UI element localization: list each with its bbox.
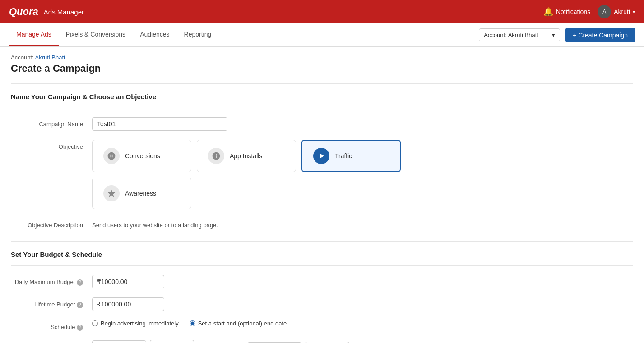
objective-label: Objective (11, 140, 92, 150)
lifetime-budget-info-icon[interactable]: ? (77, 302, 83, 308)
quora-logo: Quora (9, 6, 38, 18)
schedule-radio-custom[interactable] (190, 320, 195, 326)
app-installs-label: App Installs (230, 152, 262, 160)
create-campaign-button[interactable]: + Create Campaign (565, 28, 635, 42)
traffic-label: Traffic (335, 152, 352, 160)
schedule-row: Schedule ? Begin advertising immediately… (11, 320, 633, 331)
account-selector-label: Account: Akruti Bhatt (484, 32, 538, 38)
daily-budget-row: Daily Maximum Budget ? (11, 275, 633, 288)
breadcrumb-area: Account: Akruti Bhatt Create a Campaign (0, 47, 644, 83)
breadcrumb: Account: Akruti Bhatt (11, 54, 633, 61)
breadcrumb-prefix: Account: (11, 54, 34, 61)
awareness-label: Awareness (125, 190, 156, 197)
schedule-option1[interactable]: Begin advertising immediately (92, 320, 179, 327)
notifications-label: Notifications (556, 8, 590, 15)
start-date-inputs: 12:00 AM (92, 340, 194, 343)
nav-right: Account: Akruti Bhatt ▾ + Create Campaig… (479, 28, 635, 42)
account-selector-chevron-icon: ▾ (552, 32, 555, 38)
conversions-label: Conversions (125, 152, 160, 160)
date-row: Start Date 12:00 AM Pacific Time End Dat… (11, 340, 633, 343)
start-date-label: Start Date (11, 340, 92, 343)
daily-budget-label-text: Daily Maximum Budget (15, 279, 75, 285)
daily-budget-input[interactable] (92, 275, 164, 288)
lifetime-budget-label: Lifetime Budget ? (11, 297, 92, 308)
objective-card-awareness[interactable]: Awareness (92, 178, 191, 209)
schedule-label: Schedule ? (11, 320, 92, 331)
header: Quora Ads Manager 🔔 Notifications A Akru… (0, 0, 644, 23)
main-content: Name Your Campaign & Choose an Objective… (0, 83, 644, 343)
objective-description-label: Objective Description (11, 218, 92, 229)
schedule-options: Begin advertising immediately Set a star… (92, 320, 287, 327)
schedule-label-text: Schedule (51, 324, 75, 330)
objective-card-traffic[interactable]: Traffic (301, 140, 401, 172)
app-installs-icon (208, 148, 224, 164)
page-title: Create a Campaign (11, 61, 633, 82)
section1-title: Name Your Campaign & Choose an Objective (11, 84, 633, 108)
user-menu[interactable]: A Akruti ▾ (598, 5, 635, 18)
schedule-option1-label: Begin advertising immediately (101, 320, 179, 327)
tab-manage-ads[interactable]: Manage Ads (9, 23, 59, 46)
schedule-radio-immediately[interactable] (92, 320, 98, 326)
objective-description-text: Send users to your website or to a landi… (92, 220, 218, 229)
tab-pixels-conversions[interactable]: Pixels & Conversions (59, 23, 133, 46)
objective-row: Objective Conversions App Installs (11, 140, 633, 209)
start-time-select[interactable]: 12:00 AM (150, 340, 194, 343)
end-time-select[interactable]: 12:00 AM (305, 342, 349, 343)
end-date-group: 12:00 AM Pacific Time (247, 342, 349, 343)
chevron-down-icon: ▾ (633, 9, 635, 14)
daily-budget-label: Daily Maximum Budget ? (11, 275, 92, 286)
nav-tabs: Manage Ads Pixels & Conversions Audience… (9, 23, 218, 46)
avatar: A (598, 5, 611, 18)
section2-title: Set Your Budget & Schedule (11, 242, 633, 265)
schedule-info-icon[interactable]: ? (77, 325, 83, 331)
bell-icon: 🔔 (543, 7, 553, 17)
conversions-icon (103, 148, 120, 164)
account-selector[interactable]: Account: Akruti Bhatt ▾ (479, 28, 560, 41)
awareness-icon (103, 185, 120, 201)
breadcrumb-link[interactable]: Akruti Bhatt (35, 54, 65, 61)
objective-description-row: Objective Description Send users to your… (11, 218, 633, 229)
start-date-group: 12:00 AM Pacific Time (92, 340, 194, 343)
schedule-option2[interactable]: Set a start and (optional) end date (190, 320, 287, 327)
objective-card-app-installs[interactable]: App Installs (197, 140, 296, 172)
tab-audiences[interactable]: Audiences (133, 23, 176, 46)
notifications-button[interactable]: 🔔 Notifications (543, 7, 590, 17)
nav-bar: Manage Ads Pixels & Conversions Audience… (0, 23, 644, 47)
lifetime-budget-row: Lifetime Budget ? (11, 297, 633, 311)
schedule-option2-label: Set a start and (optional) end date (198, 320, 287, 327)
objective-card-conversions[interactable]: Conversions (92, 140, 191, 172)
lifetime-budget-input[interactable] (92, 297, 164, 311)
header-right: 🔔 Notifications A Akruti ▾ (543, 5, 635, 18)
daily-budget-info-icon[interactable]: ? (77, 279, 83, 286)
lifetime-budget-label-text: Lifetime Budget (34, 301, 75, 308)
campaign-name-input[interactable] (92, 117, 227, 131)
user-name: Akruti (614, 8, 630, 15)
campaign-name-row: Campaign Name (11, 117, 633, 131)
end-date-inputs: 12:00 AM (247, 342, 349, 343)
traffic-icon (313, 148, 329, 164)
tab-reporting[interactable]: Reporting (177, 23, 219, 46)
header-left: Quora Ads Manager (9, 6, 84, 18)
ads-manager-label: Ads Manager (44, 8, 84, 16)
campaign-name-label: Campaign Name (11, 117, 92, 128)
start-date-input[interactable] (92, 340, 146, 343)
